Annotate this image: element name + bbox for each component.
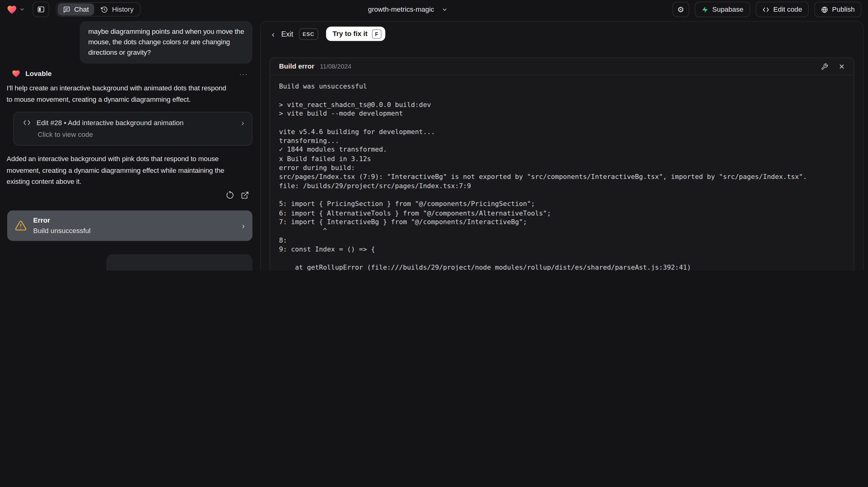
supabase-button[interactable]: Supabase	[694, 2, 750, 17]
build-error-header: Build error 11/08/2024 ✕	[270, 58, 854, 75]
assistant-paragraph: Added an interactive background with pin…	[7, 153, 253, 187]
publish-button[interactable]: Publish	[814, 2, 861, 17]
tab-history-label: History	[112, 5, 134, 13]
project-switcher[interactable]: growth-metrics-magic	[368, 0, 448, 19]
supabase-bolt-icon	[701, 6, 708, 13]
try-to-fix-label: Try to fix it	[333, 30, 368, 37]
exit-button[interactable]: Exit	[281, 30, 293, 38]
assistant-name: Lovable	[26, 70, 52, 78]
build-error-title: Build error	[279, 63, 314, 70]
build-error-date: 11/08/2024	[320, 63, 351, 70]
chevron-back-icon: ‹	[272, 29, 275, 39]
restore-icon[interactable]	[226, 191, 234, 199]
edit-code-button[interactable]: Edit code	[755, 2, 809, 17]
globe-icon	[821, 6, 828, 13]
chevron-down-icon	[442, 6, 448, 12]
chevron-right-icon: ›	[241, 118, 244, 127]
error-fix-bar: ‹ Exit ESC Try to fix it F	[261, 22, 863, 41]
more-menu-icon[interactable]: ···	[239, 69, 248, 78]
try-to-fix-button[interactable]: Try to fix it F	[326, 26, 385, 41]
close-icon[interactable]: ✕	[839, 63, 845, 70]
lovable-app: Chat History growth-metrics-magic ⚙	[0, 0, 868, 271]
tab-history[interactable]: History	[96, 3, 139, 16]
fix-wrench-icon[interactable]	[821, 63, 828, 70]
esc-key-hint: ESC	[299, 28, 318, 40]
user-message: maybe diagramming points and when you mo…	[80, 21, 252, 64]
build-error-card[interactable]: Error Build unsuccessful ›	[7, 210, 252, 240]
sidebar-toggle-button[interactable]	[33, 2, 49, 17]
code-brackets-icon	[762, 6, 769, 13]
panel-toggle-icon	[37, 5, 45, 13]
lovable-logo-menu[interactable]	[7, 4, 25, 15]
settings-button[interactable]: ⚙	[672, 2, 689, 17]
preview-panel: ‹ Exit ESC Try to fix it F Build error 1…	[260, 21, 863, 271]
warning-triangle-icon	[15, 219, 27, 231]
top-bar: Chat History growth-metrics-magic ⚙	[0, 0, 868, 19]
lovable-heart-icon	[12, 69, 21, 78]
user-message: For the code present, I get the error be…	[106, 254, 252, 271]
error-card-subtitle: Build unsuccessful	[33, 227, 90, 235]
build-error-log: Build was unsuccessful > vite_react_shad…	[270, 75, 854, 271]
edit-card-28[interactable]: Edit #28 • Add interactive background an…	[13, 112, 252, 146]
tab-chat[interactable]: Chat	[58, 3, 94, 16]
assistant-message-header: Lovable ···	[12, 69, 252, 78]
assistant-paragraph: I'll help create an interactive backgrou…	[7, 82, 253, 105]
supabase-label: Supabase	[712, 5, 743, 13]
gear-icon: ⚙	[677, 5, 684, 14]
message-actions	[7, 191, 249, 199]
f-key-hint: F	[372, 29, 381, 39]
open-external-icon[interactable]	[241, 191, 249, 199]
chevron-down-icon	[19, 7, 25, 12]
chat-panel: maybe diagramming points and when you mo…	[0, 19, 257, 271]
publish-label: Publish	[832, 5, 855, 13]
chat-bubble-icon	[63, 6, 70, 13]
edit-code-label: Edit code	[773, 5, 802, 13]
tab-chat-label: Chat	[74, 5, 89, 13]
edit-card-title: Edit #28 • Add interactive background an…	[37, 119, 236, 126]
lovable-heart-icon	[7, 4, 17, 15]
code-brackets-icon	[23, 118, 31, 127]
chat-history-tabs: Chat History	[56, 2, 141, 17]
top-bar-actions: ⚙ Supabase Edit code Publish	[672, 2, 861, 17]
project-name: growth-metrics-magic	[368, 5, 434, 13]
build-error-panel-1: Build error 11/08/2024 ✕ Build was unsuc…	[270, 58, 854, 271]
error-card-title: Error	[33, 216, 90, 224]
edit-card-subtitle: Click to view code	[37, 131, 244, 139]
history-clock-icon	[101, 6, 108, 13]
chevron-right-icon: ›	[242, 221, 245, 230]
